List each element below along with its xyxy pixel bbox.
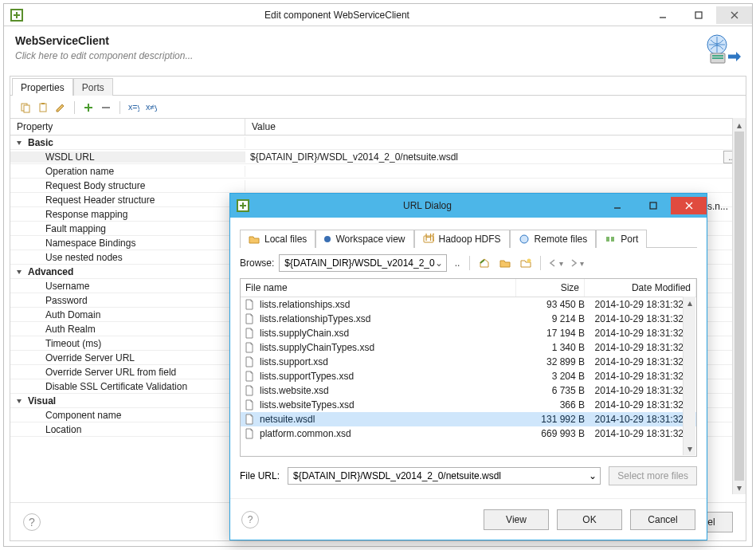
file-row[interactable]: lists.relationshipTypes.xsd9 214 B2014-1… (241, 312, 696, 326)
column-date-modified[interactable]: Date Modified (585, 279, 696, 297)
property-name: Namespace Bindings (45, 238, 135, 249)
scroll-down-icon[interactable]: ▾ (733, 481, 746, 494)
ok-button[interactable]: OK (557, 509, 622, 530)
property-name: WSDL URL (45, 151, 95, 163)
property-group[interactable]: Basic (10, 136, 746, 150)
view-button[interactable]: View (484, 509, 549, 530)
property-name: Operation name (45, 166, 114, 177)
column-size[interactable]: Size (516, 279, 585, 297)
file-name: lists.supplyChain.xsd (260, 328, 516, 339)
main-window-controls (644, 6, 752, 24)
dialog-close-button[interactable] (671, 197, 707, 214)
file-row[interactable]: platform.common.xsd669 993 B2014-10-29 1… (241, 426, 696, 441)
column-value[interactable]: Value (245, 119, 746, 135)
help-icon[interactable]: ? (23, 513, 41, 531)
main-titlebar: Edit component WebServiceClient (4, 4, 752, 26)
dialog-title: URL Dialog (256, 200, 599, 211)
file-row[interactable]: lists.websiteTypes.xsd366 B2014-10-29 18… (241, 398, 696, 412)
tab-properties[interactable]: Properties (12, 78, 73, 96)
expand-caret-icon[interactable] (10, 268, 28, 276)
properties-toolbar: x=y x≠y (10, 96, 746, 118)
property-group-label: Advanced (28, 266, 73, 277)
file-name: lists.supplyChainTypes.xsd (260, 342, 516, 353)
file-url-value: ${DATAIN_DIR}/WSDL_v2014_2_0/netsuite.ws… (293, 470, 501, 481)
file-name: lists.relationshipTypes.xsd (260, 313, 516, 324)
file-row[interactable]: lists.supplyChainTypes.xsd1 340 B2014-10… (241, 340, 696, 355)
header-band: WebServiceClient Click here to edit comp… (4, 26, 752, 74)
file-row[interactable]: lists.relationships.xsd93 450 B2014-10-2… (241, 297, 696, 312)
property-name: Request Body structure (45, 180, 145, 191)
file-icon (244, 313, 255, 324)
scroll-up-icon[interactable]: ▴ (684, 297, 695, 309)
file-url-label: File URL: (240, 470, 280, 481)
svg-text:x≠y: x≠y (146, 102, 157, 112)
column-property[interactable]: Property (10, 119, 245, 135)
svg-text:x=y: x=y (128, 102, 139, 112)
dialog-footer: ? View OK Cancel (230, 498, 707, 540)
dialog-titlebar[interactable]: URL Dialog (230, 194, 707, 218)
back-button[interactable]: ▾ (547, 255, 563, 271)
property-row[interactable]: Operation name (10, 164, 746, 179)
forward-button[interactable]: ▾ (568, 255, 584, 271)
add-icon[interactable] (81, 100, 96, 115)
main-tabs: Properties Ports (10, 77, 746, 96)
file-url-combo[interactable]: ${DATAIN_DIR}/WSDL_v2014_2_0/netsuite.ws… (288, 467, 601, 485)
copy-icon[interactable] (18, 100, 33, 115)
toolbar-separator (119, 101, 120, 114)
expand-caret-icon[interactable] (10, 139, 28, 147)
property-value[interactable]: ${DATAIN_DIR}/WSDL_v2014_2_0/netsuite.ws… (250, 151, 720, 163)
tab-hadoop-hdfs[interactable]: HDFS Hadoop HDFS (414, 230, 510, 248)
url-dialog: URL Dialog Local files Workspace view HD… (229, 193, 707, 540)
property-group-label: Basic (28, 137, 53, 148)
component-description[interactable]: Click here to edit component description… (15, 50, 696, 61)
file-row[interactable]: netsuite.wsdl131 992 B2014-10-29 18:31:3… (241, 412, 696, 426)
tab-workspace-view[interactable]: Workspace view (315, 230, 413, 248)
file-row[interactable]: lists.supportTypes.xsd3 204 B2014-10-29 … (241, 369, 696, 383)
open-folder-icon[interactable] (497, 255, 513, 271)
new-folder-icon[interactable] (518, 255, 534, 271)
parent-dir-button[interactable]: .. (452, 257, 464, 269)
svg-rect-18 (611, 237, 614, 242)
file-size: 669 993 B (516, 428, 585, 439)
file-size: 9 214 B (516, 313, 585, 324)
file-table: File name Size Date Modified lists.relat… (240, 278, 697, 457)
tab-local-files[interactable]: Local files (240, 230, 315, 248)
xy-clear-icon[interactable]: x≠y (144, 100, 159, 115)
edit-icon[interactable] (53, 100, 68, 115)
browse-path-combo[interactable]: ${DATAIN_DIR}/WSDL_v2014_2_0 ⌄ (279, 254, 446, 272)
home-icon[interactable] (476, 255, 492, 271)
scroll-up-icon[interactable]: ▴ (733, 118, 746, 132)
help-icon[interactable]: ? (241, 511, 259, 528)
main-window-title: Edit component WebServiceClient (29, 10, 644, 21)
file-row[interactable]: lists.support.xsd32 899 B2014-10-29 18:3… (241, 355, 696, 369)
file-url-row: File URL: ${DATAIN_DIR}/WSDL_v2014_2_0/n… (240, 457, 697, 485)
xy-set-icon[interactable]: x=y (127, 100, 141, 115)
minimize-button[interactable] (644, 6, 680, 24)
file-size: 6 735 B (516, 385, 585, 396)
cancel-button[interactable]: Cancel (630, 509, 695, 530)
paste-icon[interactable] (36, 100, 50, 115)
property-row[interactable]: Request Body structure (10, 179, 746, 193)
property-name: Timeout (ms) (45, 338, 101, 349)
dialog-maximize-button[interactable] (635, 197, 671, 214)
scroll-down-icon[interactable]: ▾ (684, 442, 695, 455)
column-file-name[interactable]: File name (241, 279, 516, 297)
file-size: 131 992 B (516, 414, 585, 425)
tab-ports[interactable]: Ports (73, 78, 113, 96)
expand-caret-icon[interactable] (10, 397, 28, 405)
dialog-minimize-button[interactable] (599, 197, 635, 214)
tab-remote-files[interactable]: Remote files (510, 230, 597, 248)
property-name: Component name (45, 410, 121, 421)
scroll-thumb[interactable] (734, 132, 744, 481)
close-button[interactable] (716, 6, 752, 24)
select-more-files-button[interactable]: Select more files (609, 466, 697, 485)
properties-scrollbar[interactable]: ▴ ▾ (732, 118, 746, 494)
remove-icon[interactable] (99, 100, 113, 115)
maximize-button[interactable] (680, 6, 716, 24)
chevron-down-icon: ⌄ (435, 257, 443, 269)
file-row[interactable]: lists.supplyChain.xsd17 194 B2014-10-29 … (241, 326, 696, 340)
file-row[interactable]: lists.website.xsd6 735 B2014-10-29 18:31… (241, 383, 696, 398)
file-table-scrollbar[interactable]: ▴ ▾ (683, 297, 695, 455)
property-row[interactable]: WSDL URL${DATAIN_DIR}/WSDL_v2014_2_0/net… (10, 150, 746, 164)
tab-port[interactable]: Port (596, 230, 647, 248)
